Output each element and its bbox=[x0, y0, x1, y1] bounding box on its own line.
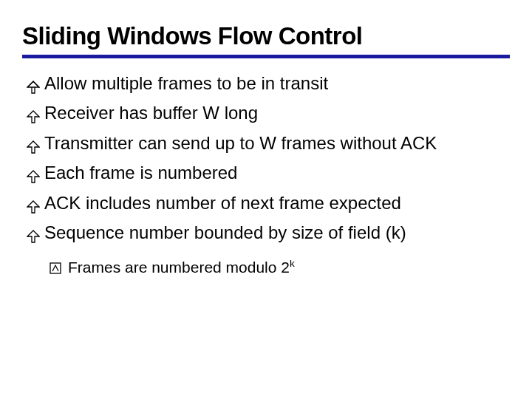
list-item-text: ACK includes number of next frame expect… bbox=[44, 191, 510, 215]
bullet-icon bbox=[27, 76, 40, 100]
bullet-icon bbox=[27, 225, 40, 249]
list-item-text: Transmitter can send up to W frames with… bbox=[44, 132, 510, 155]
list-item: Allow multiple frames to be in transit bbox=[27, 72, 510, 100]
list-item-text: Sequence number bounded by size of field… bbox=[44, 221, 510, 245]
slide-title: Sliding Windows Flow Control bbox=[22, 22, 510, 58]
list-item: ACK includes number of next frame expect… bbox=[27, 191, 510, 219]
exponent: k bbox=[290, 258, 295, 269]
list-item: Sequence number bounded by size of field… bbox=[27, 221, 510, 249]
bullet-icon bbox=[27, 196, 40, 219]
bullet-icon bbox=[27, 166, 40, 189]
list-item-text: Receiver has buffer W long bbox=[44, 101, 510, 125]
bullet-icon bbox=[27, 136, 40, 160]
bullet-list: Allow multiple frames to be in transit R… bbox=[22, 72, 510, 281]
list-item-text: Allow multiple frames to be in transit bbox=[44, 72, 510, 95]
sub-bullet-icon bbox=[49, 259, 62, 280]
sub-list-item: Frames are numbered modulo 2k bbox=[49, 256, 510, 280]
sub-list-item-text: Frames are numbered modulo 2k bbox=[68, 256, 295, 278]
list-item: Receiver has buffer W long bbox=[27, 101, 510, 129]
sub-text-prefix: Frames are numbered modulo 2 bbox=[68, 259, 290, 276]
list-item: Transmitter can send up to W frames with… bbox=[27, 132, 510, 160]
bullet-icon bbox=[27, 106, 40, 129]
list-item: Each frame is numbered bbox=[27, 161, 510, 189]
list-item-text: Each frame is numbered bbox=[44, 161, 510, 185]
